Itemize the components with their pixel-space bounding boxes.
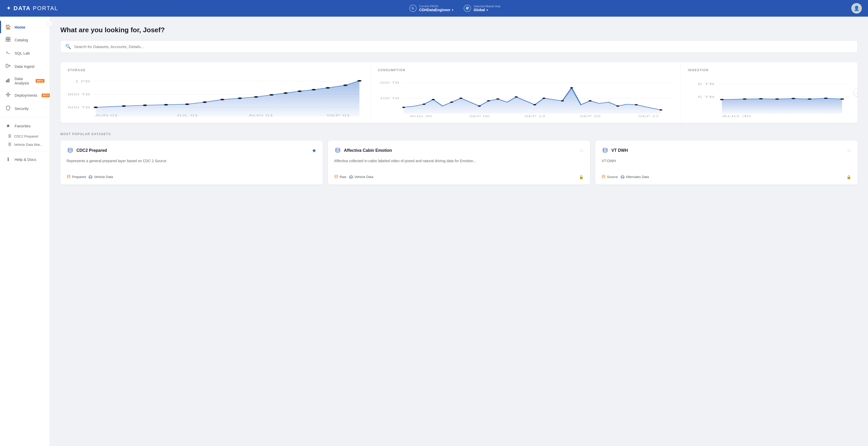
svg-rect-9: [8, 78, 9, 83]
charts-row: STORAGE 1 PB: [60, 62, 858, 123]
globe-icon: 🌍: [464, 5, 471, 12]
market-chevron-icon: ▾: [487, 8, 488, 11]
svg-text:SEP 13: SEP 13: [524, 115, 545, 118]
consumption-chart-title: CONSUMPTION: [378, 68, 673, 72]
svg-point-39: [343, 85, 347, 86]
svg-point-65: [659, 109, 662, 111]
sidebar-favorite-cdc2[interactable]: 🗄 CDC2 Prepared: [0, 132, 50, 140]
svg-point-59: [542, 98, 546, 99]
sidebar-item-help[interactable]: ℹ Help & Docs: [0, 153, 50, 165]
ingestion-next-arrow[interactable]: ›: [854, 88, 858, 97]
dataset-card-vt-dwh: VT DWH ☆ VT-DWH Source: [595, 140, 858, 185]
dataset-tags: Raw Vehicle Data 🔒: [334, 174, 584, 179]
sidebar-item-label: Favorites: [14, 124, 31, 128]
svg-rect-5: [6, 64, 8, 67]
dataset-name: CDC2 Prepared: [76, 148, 107, 153]
sidebar-item-label: Catalog: [14, 38, 28, 42]
svg-text:1 PB: 1 PB: [75, 80, 90, 83]
tag-prepared: Prepared: [67, 174, 86, 179]
tag-vehicle: Vehicle Data: [349, 174, 373, 179]
sidebar-item-data-analysis[interactable]: Data Analysis BETA: [0, 73, 50, 89]
svg-point-12: [8, 96, 8, 97]
main-content: What are you looking for, Josef? 🔍 STORA…: [50, 17, 868, 446]
header-center: ↻ ConVeh PROD CDHDataEngineer ▾ 🌍 Select…: [409, 5, 500, 12]
tag-icon: [601, 174, 606, 179]
svg-point-49: [402, 107, 405, 108]
dataset-description: VT-DWH: [601, 158, 851, 170]
svg-point-10: [7, 94, 9, 95]
page-heading: What are you looking for, Josef?: [60, 26, 858, 34]
svg-point-53: [459, 98, 462, 99]
svg-point-60: [561, 100, 564, 102]
lock-icon: 🔒: [846, 174, 851, 179]
dataset-description: Represents a general prepared layer base…: [67, 158, 316, 170]
svg-text:JUL 01: JUL 01: [176, 114, 198, 117]
search-input[interactable]: [74, 44, 852, 49]
svg-point-34: [270, 94, 274, 96]
dataset-tags: Prepared Vehicle Data: [67, 174, 316, 179]
storage-chart: STORAGE 1 PB: [60, 62, 371, 123]
svg-point-40: [357, 80, 362, 82]
svg-text:SEP 20: SEP 20: [580, 115, 600, 118]
market-info: Selected Market Hub Global ▾: [473, 5, 500, 12]
logo-text: DATA PORTAL: [13, 5, 58, 12]
dataset-tags: Source Aftersales Data: [601, 174, 851, 179]
dataset-title-row: VT DWH: [601, 147, 628, 154]
dataset-name: Affectiva Cabin Emotion: [344, 148, 392, 153]
data-analysis-beta-badge: BETA: [36, 79, 44, 83]
svg-point-78: [775, 98, 779, 100]
dataset-card-cdc2: CDC2 Prepared ★ Represents a general pre…: [60, 140, 323, 185]
dataset-card-header: CDC2 Prepared ★: [67, 147, 316, 154]
home-icon: 🏠: [5, 24, 11, 30]
sidebar-item-home[interactable]: 🏠 Home: [0, 21, 50, 33]
svg-point-55: [487, 100, 490, 102]
favorite-star[interactable]: ☆: [847, 147, 851, 154]
svg-point-26: [122, 105, 126, 107]
tag-icon: [67, 174, 71, 179]
env-icon: ↻: [409, 5, 416, 12]
search-bar[interactable]: 🔍: [60, 40, 858, 53]
svg-point-58: [533, 104, 536, 105]
logo: ✦ DATA PORTAL: [6, 5, 58, 12]
svg-text:100 TB: 100 TB: [380, 97, 399, 100]
svg-point-57: [515, 96, 518, 98]
sidebar-item-catalog[interactable]: Catalog: [0, 33, 50, 46]
sidebar-item-deployments[interactable]: Deployments BETA: [0, 89, 50, 102]
sidebar-favorite-vehicle[interactable]: 🗄 Vehicle Data War...: [0, 140, 50, 149]
svg-point-11: [8, 93, 8, 93]
sidebar-item-security[interactable]: Security: [0, 102, 50, 115]
sidebar-item-label: Home: [14, 25, 26, 29]
dataset-icon: 🗄: [8, 134, 11, 138]
market-selector[interactable]: 🌍 Selected Market Hub Global ▾: [464, 5, 500, 12]
svg-text:600 TB: 600 TB: [68, 106, 90, 109]
svg-point-50: [422, 104, 426, 105]
svg-text:AUG 30: AUG 30: [410, 115, 432, 118]
dataset-name: VT DWH: [611, 148, 628, 153]
svg-point-89: [336, 148, 340, 150]
sql-lab-icon: [5, 50, 11, 56]
main-layout: ‹ 🏠 Home Catalog: [0, 17, 868, 446]
sidebar-item-favorites[interactable]: ★ Favorites: [0, 120, 50, 132]
svg-text:SEP 01: SEP 01: [327, 114, 350, 117]
svg-point-79: [792, 98, 796, 99]
svg-point-52: [450, 102, 453, 103]
sidebar-item-data-ingest[interactable]: Data Ingest: [0, 60, 50, 73]
favorite-star[interactable]: ☆: [579, 147, 584, 154]
svg-point-82: [840, 98, 844, 100]
svg-text:5 TB: 5 TB: [698, 96, 715, 98]
user-avatar[interactable]: 👤: [851, 3, 862, 13]
env-selector[interactable]: ↻ ConVeh PROD CDHDataEngineer ▾: [409, 5, 454, 12]
deployments-beta-badge: BETA: [41, 94, 50, 97]
svg-point-56: [496, 98, 499, 100]
sidebar-item-sql-lab[interactable]: SQL Lab: [0, 46, 50, 60]
dataset-description: Affectiva collected in-cabin labeled vid…: [334, 158, 584, 170]
dataset-icon: 🗄: [8, 142, 11, 147]
svg-rect-2: [6, 39, 8, 41]
security-icon: [5, 105, 11, 112]
datasets-section-title: MOST POPULAR DATASETS: [60, 132, 858, 136]
svg-text:SEP 27: SEP 27: [638, 115, 659, 118]
sidebar-item-label: SQL Lab: [14, 51, 30, 55]
svg-point-85: [67, 175, 70, 176]
favorite-star[interactable]: ★: [312, 147, 316, 154]
svg-point-75: [720, 99, 724, 100]
